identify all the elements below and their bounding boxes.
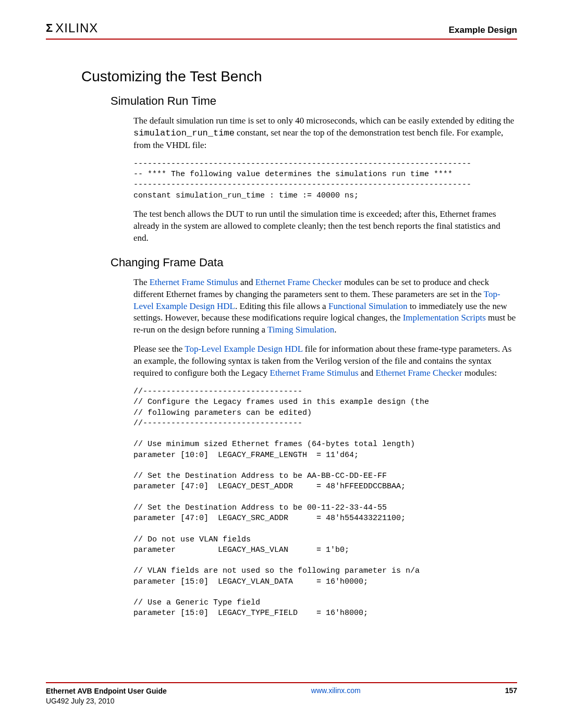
logo-text: XILINX — [55, 21, 98, 35]
vhdl-code-block: ----------------------------------------… — [133, 159, 517, 201]
link-ethernet-frame-checker-2[interactable]: Ethernet Frame Checker — [376, 368, 462, 378]
sim-paragraph-2: The test bench allows the DUT to run unt… — [133, 208, 517, 244]
text: Please see the — [133, 344, 185, 354]
brand-logo: Σ XILINX — [46, 21, 98, 35]
page-content: Customizing the Test Bench Simulation Ru… — [46, 40, 517, 619]
link-timing-simulation[interactable]: Timing Simulation — [267, 325, 334, 335]
text: and — [238, 277, 255, 287]
footer-url-link[interactable]: www.xilinx.com — [311, 686, 361, 695]
footer-guide-title: Ethernet AVB Endpoint User Guide — [46, 686, 167, 696]
link-ethernet-frame-stimulus-2[interactable]: Ethernet Frame Stimulus — [270, 368, 359, 378]
cfd-paragraph-2: Please see the Top-Level Example Design … — [133, 343, 517, 379]
subsection-simulation-run-time: Simulation Run Time — [111, 94, 517, 108]
sim-paragraph-1: The default simulation run time is set t… — [133, 115, 517, 152]
simulation-run-time-body: The default simulation run time is set t… — [133, 115, 517, 244]
inline-code: simulation_run_time — [133, 128, 235, 138]
link-ethernet-frame-stimulus[interactable]: Ethernet Frame Stimulus — [150, 277, 238, 287]
footer-center: www.xilinx.com — [167, 686, 505, 695]
section-title: Customizing the Test Bench — [81, 68, 517, 85]
subsection-changing-frame-data: Changing Frame Data — [111, 256, 517, 269]
text: The — [133, 277, 150, 287]
link-top-level-example-design-hdl-2[interactable]: Top-Level Example Design HDL — [185, 344, 302, 354]
text: and — [359, 368, 376, 378]
link-functional-simulation[interactable]: Functional Simulation — [328, 301, 408, 311]
text: . Editing this file allows a — [235, 301, 328, 311]
header-bar: Σ XILINX Example Design — [46, 21, 517, 40]
link-implementation-scripts[interactable]: Implementation Scripts — [403, 313, 486, 323]
cfd-paragraph-1: The Ethernet Frame Stimulus and Ethernet… — [133, 277, 517, 337]
link-ethernet-frame-checker[interactable]: Ethernet Frame Checker — [255, 277, 342, 287]
text: The default simulation run time is set t… — [133, 116, 514, 126]
footer-doc-line: UG492 July 23, 2010 — [46, 696, 167, 706]
text: . — [334, 325, 336, 335]
changing-frame-data-body: The Ethernet Frame Stimulus and Ethernet… — [133, 277, 517, 619]
footer-page-number: 157 — [505, 686, 517, 695]
page-footer: Ethernet AVB Endpoint User Guide UG492 J… — [46, 682, 517, 706]
text: modules: — [462, 368, 497, 378]
logo-mark-icon: Σ — [46, 21, 52, 35]
chapter-label: Example Design — [449, 25, 517, 35]
footer-left: Ethernet AVB Endpoint User Guide UG492 J… — [46, 686, 167, 706]
verilog-code-block: //---------------------------------- // … — [133, 387, 517, 619]
